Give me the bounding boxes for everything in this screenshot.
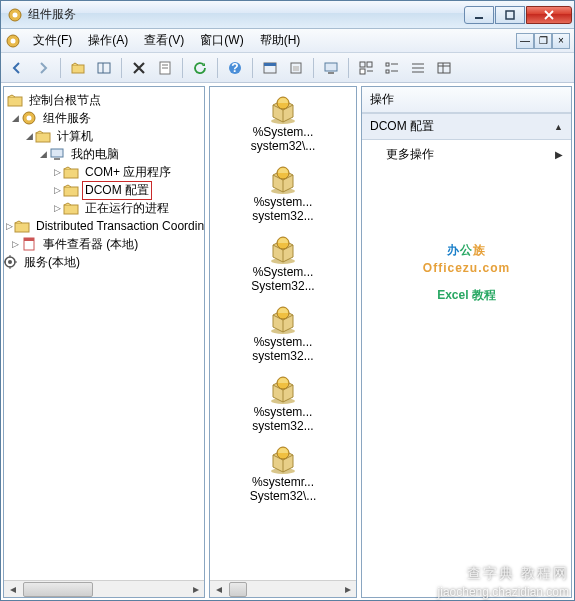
svg-rect-21 <box>367 62 372 67</box>
menu-file[interactable]: 文件(F) <box>25 29 80 52</box>
menu-help[interactable]: 帮助(H) <box>252 29 309 52</box>
tree-pane: 控制台根节点 ◢ 组件服务 ◢ 计算机 ◢ 我的电脑 <box>3 86 205 598</box>
twisty-icon[interactable]: ▷ <box>52 167 62 177</box>
up-folder-button[interactable] <box>66 56 90 80</box>
tree-my-computer[interactable]: ◢ 我的电脑 <box>6 145 202 163</box>
svg-rect-40 <box>64 169 78 178</box>
list-item[interactable]: %System...System32... <box>210 233 356 293</box>
tree-services[interactable]: 服务(本地) <box>6 253 202 271</box>
svg-point-5 <box>11 38 16 43</box>
twisty-icon[interactable]: ◢ <box>24 131 34 141</box>
view-small-icons-button[interactable] <box>380 56 404 80</box>
view-details-button[interactable] <box>432 56 456 80</box>
svg-rect-42 <box>64 205 78 214</box>
actions-header: 操作 <box>362 87 571 113</box>
tree-component-services[interactable]: ◢ 组件服务 <box>6 109 202 127</box>
twisty-icon[interactable]: ▷ <box>52 203 62 213</box>
twisty-icon[interactable]: ◢ <box>38 149 48 159</box>
svg-rect-22 <box>360 69 365 74</box>
tree-running-processes[interactable]: ▷ 正在运行的进程 <box>6 199 202 217</box>
list-scrollbar[interactable]: ◂ ▸ <box>210 580 356 597</box>
mdi-restore-button[interactable]: ❐ <box>534 33 552 49</box>
toolbar: ? <box>1 53 574 83</box>
package-icon <box>267 303 299 335</box>
svg-rect-20 <box>360 62 365 67</box>
list-item-line1: %System... <box>253 265 314 279</box>
list-item-line1: %System... <box>253 125 314 139</box>
svg-rect-43 <box>15 223 29 232</box>
svg-rect-24 <box>386 63 389 66</box>
help-button[interactable]: ? <box>223 56 247 80</box>
tree-root[interactable]: 控制台根节点 <box>6 91 202 109</box>
svg-rect-37 <box>36 133 50 142</box>
list-item[interactable]: %system...system32... <box>210 303 356 363</box>
mdi-minimize-button[interactable]: — <box>516 33 534 49</box>
list-item-line1: %system... <box>254 335 313 349</box>
svg-point-36 <box>27 116 32 121</box>
list-item[interactable]: %systemr...System32\... <box>210 443 356 503</box>
menu-view[interactable]: 查看(V) <box>136 29 192 52</box>
list-item-line2: system32... <box>252 349 313 363</box>
list-pane: %System...system32\...%system...system32… <box>209 86 357 598</box>
titlebar: 组件服务 <box>1 1 574 29</box>
view-large-icons-button[interactable] <box>354 56 378 80</box>
svg-point-47 <box>8 260 12 264</box>
menu-window[interactable]: 窗口(W) <box>192 29 251 52</box>
svg-rect-34 <box>8 97 22 106</box>
toolbar-misc-1[interactable] <box>258 56 282 80</box>
actions-more-label: 更多操作 <box>386 146 434 163</box>
show-hide-tree-button[interactable] <box>92 56 116 80</box>
tree-computers[interactable]: ◢ 计算机 <box>6 127 202 145</box>
svg-rect-26 <box>386 70 389 73</box>
twisty-icon[interactable]: ▷ <box>52 185 62 195</box>
refresh-button[interactable] <box>188 56 212 80</box>
svg-rect-2 <box>475 17 483 19</box>
delete-button[interactable] <box>127 56 151 80</box>
list-item[interactable]: %system...system32... <box>210 373 356 433</box>
svg-rect-31 <box>438 63 450 73</box>
actions-more[interactable]: 更多操作 ▶ <box>362 140 571 169</box>
list-item-line2: system32... <box>252 419 313 433</box>
computer-icon-button[interactable] <box>319 56 343 80</box>
minimize-button[interactable] <box>464 6 494 24</box>
toolbar-misc-2[interactable] <box>284 56 308 80</box>
menubar: 文件(F) 操作(A) 查看(V) 窗口(W) 帮助(H) — ❐ × <box>1 29 574 53</box>
tree-scrollbar[interactable]: ◂ ▸ <box>4 580 204 597</box>
list-item-line2: System32\... <box>250 489 317 503</box>
svg-rect-41 <box>64 187 78 196</box>
svg-text:?: ? <box>231 61 238 75</box>
twisty-icon[interactable]: ▷ <box>6 221 13 231</box>
tree-dtc[interactable]: ▷ Distributed Transaction Coordinator <box>6 217 202 235</box>
actions-pane: 操作 DCOM 配置 ▲ 更多操作 ▶ 办公族 Officezu.com Exc… <box>361 86 572 598</box>
view-list-button[interactable] <box>406 56 430 80</box>
svg-rect-15 <box>264 63 276 66</box>
svg-rect-38 <box>51 149 63 157</box>
package-icon <box>267 163 299 195</box>
svg-rect-17 <box>293 66 299 71</box>
svg-rect-3 <box>506 11 514 19</box>
back-button[interactable] <box>5 56 29 80</box>
tree-com-plus-apps[interactable]: ▷ COM+ 应用程序 <box>6 163 202 181</box>
actions-section[interactable]: DCOM 配置 ▲ <box>362 113 571 140</box>
menu-action[interactable]: 操作(A) <box>80 29 136 52</box>
list-item[interactable]: %System...system32\... <box>210 93 356 153</box>
tree-event-viewer[interactable]: ▷ 事件查看器 (本地) <box>6 235 202 253</box>
twisty-icon[interactable]: ◢ <box>10 113 20 123</box>
svg-rect-18 <box>325 63 337 71</box>
svg-rect-6 <box>72 65 84 73</box>
package-icon <box>267 373 299 405</box>
properties-button[interactable] <box>153 56 177 80</box>
svg-rect-39 <box>54 158 60 160</box>
list-item-line2: system32\... <box>251 139 316 153</box>
list-item[interactable]: %system...system32... <box>210 163 356 223</box>
list-item-line1: %system... <box>254 195 313 209</box>
app-icon-small <box>5 33 21 49</box>
forward-button[interactable] <box>31 56 55 80</box>
svg-point-1 <box>13 12 18 17</box>
twisty-icon[interactable]: ▷ <box>10 239 20 249</box>
close-button[interactable] <box>526 6 572 24</box>
tree-dcom-config[interactable]: ▷ DCOM 配置 <box>6 181 202 199</box>
mdi-close-button[interactable]: × <box>552 33 570 49</box>
collapse-icon: ▲ <box>554 122 563 132</box>
maximize-button[interactable] <box>495 6 525 24</box>
